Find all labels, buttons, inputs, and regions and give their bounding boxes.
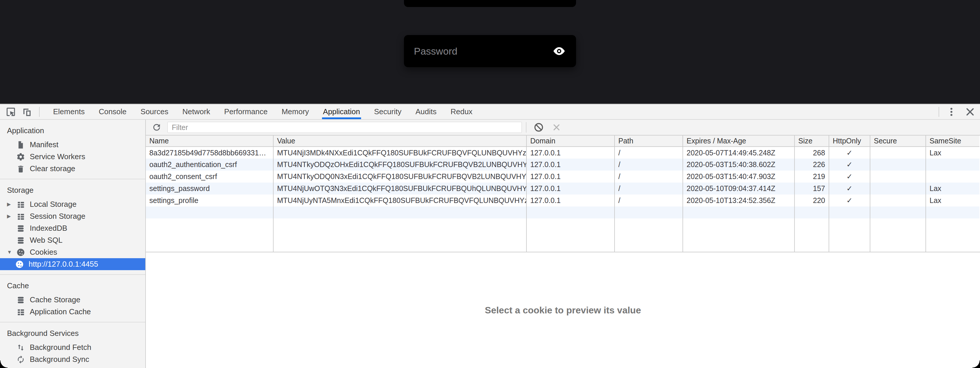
column-header-samesite[interactable]: SameSite	[926, 136, 979, 147]
cell-value[interactable]: MTU4NjI3MDk4NXxEdi1CQkFFQ180SUFBUkFCRUFB…	[273, 147, 527, 158]
cell-domain[interactable]: 127.0.0.1	[527, 158, 614, 171]
cookie-row[interactable]: settings_profileMTU4NjUyNTA5MnxEdi1CQkFF…	[146, 195, 979, 206]
cell-size[interactable]: 219	[794, 171, 829, 182]
cell-samesite[interactable]	[926, 171, 979, 182]
cell-secure[interactable]	[870, 182, 926, 195]
cell-value[interactable]	[273, 206, 527, 218]
sidebar-item-manifest[interactable]: Manifest	[0, 139, 145, 151]
cell-domain[interactable]: 127.0.0.1	[527, 182, 614, 195]
cell-name[interactable]: oauth2_authentication_csrf	[146, 158, 273, 171]
column-header-name[interactable]: Name	[146, 136, 273, 147]
refresh-icon[interactable]	[152, 122, 162, 132]
cell-httponly[interactable]: ✓	[829, 147, 870, 158]
cell-name[interactable]: oauth2_consent_csrf	[146, 171, 273, 182]
cell-name[interactable]: 8a3d27185b49d7758d8bb669331…	[146, 147, 273, 158]
sidebar-item-notifications[interactable]: Notifications	[0, 365, 145, 368]
column-header-secure[interactable]: Secure	[870, 136, 926, 147]
sidebar-item-service-workers[interactable]: Service Workers	[0, 151, 145, 163]
column-header-expires[interactable]: Expires / Max-Age	[683, 136, 794, 147]
tab-redux[interactable]: Redux	[450, 104, 473, 119]
sidebar-item-background-sync[interactable]: Background Sync	[0, 354, 145, 365]
cookie-row[interactable]: oauth2_consent_csrfMTU4NTkyODQ0N3xEdi1CQ…	[146, 171, 979, 182]
column-header-size[interactable]: Size	[794, 136, 829, 147]
cell-expires[interactable]	[683, 206, 794, 218]
cell-expires[interactable]: 2020-05-10T09:04:37.414Z	[683, 182, 794, 195]
clear-all-cookies-icon[interactable]	[533, 122, 544, 133]
cell-expires[interactable]: 2020-05-03T15:40:47.903Z	[683, 171, 794, 182]
empty-row[interactable]	[146, 206, 979, 218]
sidebar-item-cookies-host[interactable]: http://127.0.0.1:4455	[0, 258, 145, 270]
cell-size[interactable]: 220	[794, 195, 829, 206]
filter-input[interactable]	[167, 122, 522, 133]
password-field[interactable]: Password	[404, 35, 576, 67]
eye-icon[interactable]	[552, 44, 566, 58]
sidebar-item-local-storage[interactable]: ▶ Local Storage	[0, 198, 145, 210]
cookie-row[interactable]: oauth2_authentication_csrfMTU4NTkyODQzOH…	[146, 158, 979, 171]
cell-samesite[interactable]: Lax	[926, 182, 979, 195]
delete-selected-icon[interactable]	[552, 122, 562, 132]
cell-samesite[interactable]	[926, 158, 979, 171]
cell-secure[interactable]	[870, 158, 926, 171]
tab-application[interactable]: Application	[323, 104, 360, 119]
sidebar-item-indexeddb[interactable]: IndexedDB	[0, 222, 145, 234]
kebab-menu-icon[interactable]	[946, 107, 957, 117]
cell-secure[interactable]	[870, 195, 926, 206]
cell-path[interactable]: /	[614, 147, 683, 158]
username-field-partial[interactable]	[404, 0, 576, 7]
cell-secure[interactable]	[870, 147, 926, 158]
cell-name[interactable]: settings_password	[146, 182, 273, 195]
inspect-element-button[interactable]	[5, 106, 16, 117]
cell-domain[interactable]: 127.0.0.1	[527, 171, 614, 182]
cell-domain[interactable]: 127.0.0.1	[527, 195, 614, 206]
sidebar-item-background-fetch[interactable]: Background Fetch	[0, 341, 145, 354]
sidebar-item-session-storage[interactable]: ▶ Session Storage	[0, 210, 145, 222]
cell-samesite[interactable]: Lax	[926, 147, 979, 158]
cell-name[interactable]	[146, 206, 273, 218]
cell-path[interactable]: /	[614, 182, 683, 195]
close-icon[interactable]	[965, 107, 975, 117]
cell-value[interactable]: MTU4NTkyODQzOHxEdi1CQkFFQ180SUFBUkFCRUFB…	[273, 158, 527, 171]
cell-value[interactable]: MTU4NjUyNTA5MnxEdi1CQkFFQ180SUFBUkFCRUFB…	[273, 195, 527, 206]
cell-path[interactable]	[614, 206, 683, 218]
cell-samesite[interactable]: Lax	[926, 195, 979, 206]
cell-name[interactable]: settings_profile	[146, 195, 273, 206]
cell-size[interactable]: 226	[794, 158, 829, 171]
cookie-row[interactable]: 8a3d27185b49d7758d8bb669331…MTU4NjI3MDk4…	[146, 147, 979, 158]
sidebar-item-cache-storage[interactable]: Cache Storage	[0, 294, 145, 306]
column-header-httponly[interactable]: HttpOnly	[829, 136, 870, 147]
cell-path[interactable]: /	[614, 171, 683, 182]
tab-sources[interactable]: Sources	[141, 104, 168, 119]
tab-console[interactable]: Console	[99, 104, 126, 119]
column-header-domain[interactable]: Domain	[527, 136, 614, 147]
tab-network[interactable]: Network	[182, 104, 210, 119]
cell-httponly[interactable]: ✓	[829, 195, 870, 206]
cell-expires[interactable]: 2020-05-07T14:49:45.248Z	[683, 147, 794, 158]
tab-security[interactable]: Security	[374, 104, 402, 119]
cell-samesite[interactable]	[926, 206, 979, 218]
tab-memory[interactable]: Memory	[282, 104, 309, 119]
cell-httponly[interactable]	[829, 206, 870, 218]
cell-httponly[interactable]: ✓	[829, 182, 870, 195]
sidebar-item-clear-storage[interactable]: Clear storage	[0, 163, 145, 174]
column-header-path[interactable]: Path	[614, 136, 683, 147]
cell-size[interactable]	[794, 206, 829, 218]
device-toolbar-button[interactable]	[22, 106, 33, 117]
cell-path[interactable]: /	[614, 195, 683, 206]
chevron-down-icon[interactable]: ▼	[7, 250, 16, 255]
cell-httponly[interactable]: ✓	[829, 171, 870, 182]
column-header-value[interactable]: Value	[273, 136, 527, 147]
cell-size[interactable]: 268	[794, 147, 829, 158]
chevron-right-icon[interactable]: ▶	[7, 201, 16, 207]
cell-domain[interactable]: 127.0.0.1	[527, 147, 614, 158]
tab-performance[interactable]: Performance	[224, 104, 268, 119]
cell-size[interactable]: 157	[794, 182, 829, 195]
cell-value[interactable]: MTU4NTkyODQ0N3xEdi1CQkFFQ180SUFBUkFCRUFB…	[273, 171, 527, 182]
sidebar-item-cookies[interactable]: ▼ Cookies	[0, 246, 145, 258]
tab-audits[interactable]: Audits	[415, 104, 436, 119]
cell-path[interactable]: /	[614, 158, 683, 171]
cell-expires[interactable]: 2020-05-10T13:24:52.356Z	[683, 195, 794, 206]
sidebar-item-web-sql[interactable]: Web SQL	[0, 234, 145, 246]
sidebar-item-application-cache[interactable]: Application Cache	[0, 306, 145, 318]
cell-secure[interactable]	[870, 171, 926, 182]
cookie-row[interactable]: settings_passwordMTU4NjUwOTQ3N3xEdi1CQkF…	[146, 182, 979, 195]
